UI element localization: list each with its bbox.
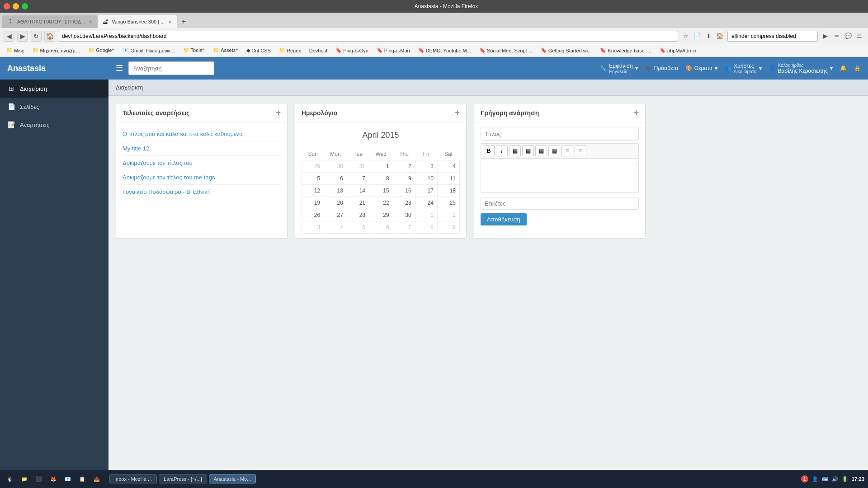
calendar-cell-3-0[interactable]: 19 bbox=[302, 197, 324, 209]
bookmark-devhost[interactable]: Devhost bbox=[306, 47, 331, 54]
bookmark-assets[interactable]: 📁 Assets⁺ bbox=[209, 47, 242, 54]
calendar-cell-4-6[interactable]: 2 bbox=[437, 209, 459, 221]
calendar-cell-4-2[interactable]: 28 bbox=[347, 209, 369, 221]
calendar-cell-1-5[interactable]: 10 bbox=[415, 173, 437, 185]
calendar-cell-4-0[interactable]: 26 bbox=[302, 209, 324, 221]
calendar-cell-3-4[interactable]: 23 bbox=[393, 197, 415, 209]
lock-btn[interactable]: 🔒 bbox=[854, 65, 861, 71]
taskbar-firefox-icon[interactable]: 🦊 bbox=[47, 473, 60, 485]
pencil-icon[interactable]: ✏ bbox=[832, 31, 842, 41]
taskbar-email-icon[interactable]: 📧 bbox=[61, 473, 74, 485]
home-button[interactable]: 🏠 bbox=[44, 31, 55, 42]
calendar-cell-2-0[interactable]: 12 bbox=[302, 185, 324, 197]
calendar-cell-2-1[interactable]: 13 bbox=[324, 185, 347, 197]
calendar-cell-1-3[interactable]: 8 bbox=[369, 173, 393, 185]
calendar-cell-2-2[interactable]: 14 bbox=[347, 185, 369, 197]
tab-1-close[interactable]: ✕ bbox=[89, 19, 92, 24]
bookmark-gettingstarted[interactable]: 🔖 Getting Started wi... bbox=[537, 47, 596, 54]
close-button[interactable] bbox=[4, 3, 10, 9]
bookmark-demo[interactable]: 🔖 DEMO: Youtube M... bbox=[415, 47, 475, 54]
sidebar-item-anartiseis[interactable]: 📝 Αναρτήσεις bbox=[0, 116, 108, 134]
hamburger-icon[interactable]: ☰ bbox=[116, 63, 123, 73]
taskbar-app-anastasia[interactable]: Anastasia - Mo... bbox=[209, 474, 256, 483]
taskbar-terminal-icon[interactable]: ⬛ bbox=[33, 473, 45, 485]
bookmark-knowledgebase[interactable]: 🔖 Knowledge base :::: bbox=[596, 47, 655, 54]
calendar-cell-0-6[interactable]: 4 bbox=[437, 160, 459, 173]
tab-2-close[interactable]: ✕ bbox=[168, 19, 172, 24]
calendar-cell-0-1[interactable]: 30 bbox=[324, 160, 347, 173]
calendar-cell-4-5[interactable]: 1 bbox=[415, 209, 437, 221]
quick-post-tags-input[interactable] bbox=[481, 197, 639, 210]
addons-btn[interactable]: ➕ Πρόσθετα bbox=[645, 65, 678, 71]
bookmark-socialmeet[interactable]: 🔖 Social Meet Script ... bbox=[476, 47, 536, 54]
bookmark-misc[interactable]: 📁 Misc bbox=[3, 47, 28, 54]
calendar-cell-3-6[interactable]: 25 bbox=[437, 197, 459, 209]
recent-post-4[interactable]: Δοκιμάζουμε τον τίτλος του me tags bbox=[123, 170, 281, 185]
toolbar-bold-btn[interactable]: B bbox=[483, 145, 495, 156]
sidebar-item-selides[interactable]: 📄 Σελίδες bbox=[0, 98, 108, 116]
home-nav-icon[interactable]: 🏠 bbox=[715, 31, 725, 41]
calendar-cell-2-6[interactable]: 18 bbox=[437, 185, 459, 197]
bookmark-regex[interactable]: 📁 Regex bbox=[275, 47, 305, 54]
toolbar-justify-btn[interactable]: ▤ bbox=[548, 145, 560, 156]
bookmark-pingogyn[interactable]: 🔖 Ping-o-Gyn bbox=[332, 47, 372, 54]
calendar-cell-1-1[interactable]: 6 bbox=[324, 173, 347, 185]
calendar-cell-3-2[interactable]: 21 bbox=[347, 197, 369, 209]
bookmark-gmail[interactable]: 📧 Gmail: Ηλεκτρονικ... bbox=[119, 47, 178, 54]
calendar-cell-5-5[interactable]: 8 bbox=[415, 221, 437, 234]
calendar-cell-5-2[interactable]: 5 bbox=[347, 221, 369, 234]
recent-posts-add-btn[interactable]: + bbox=[276, 108, 281, 117]
bookmark-phpmyadmin[interactable]: 🔖 phpMyAdmin bbox=[656, 47, 700, 54]
toolbar-align-left-btn[interactable]: ▤ bbox=[509, 145, 521, 156]
tab-1[interactable]: 🏃 ΑΘΛΗΤΙΚΟ ΠΑΠΟΥΤΣΙ ΠΟΔ... ✕ bbox=[2, 15, 98, 28]
browser-search-input[interactable] bbox=[727, 31, 818, 42]
reload-button[interactable]: ↻ bbox=[31, 31, 42, 42]
users-btn[interactable]: 👥 Χρήστες Δικαιώματα ▾ bbox=[725, 63, 762, 74]
calendar-cell-0-3[interactable]: 1 bbox=[369, 160, 393, 173]
toolbar-align-right-btn[interactable]: ▤ bbox=[535, 145, 547, 156]
notification-bell-btn[interactable]: 🔔 bbox=[840, 65, 847, 71]
appearance-btn[interactable]: 🔧 Εμφάνιση Εργαλεία ▾ bbox=[600, 63, 637, 74]
calendar-cell-0-5[interactable]: 3 bbox=[415, 160, 437, 173]
calendar-cell-2-3[interactable]: 15 bbox=[369, 185, 393, 197]
calendar-cell-1-2[interactable]: 7 bbox=[347, 173, 369, 185]
calendar-cell-4-3[interactable]: 29 bbox=[369, 209, 393, 221]
calendar-cell-0-0[interactable]: 29 bbox=[302, 160, 324, 173]
taskbar-linux-icon[interactable]: 🐧 bbox=[4, 473, 16, 485]
recent-post-2[interactable]: My title 12 bbox=[123, 141, 281, 156]
calendar-cell-5-0[interactable]: 3 bbox=[302, 221, 324, 234]
maximize-button[interactable] bbox=[22, 3, 28, 9]
recent-post-5[interactable]: Γυναικείο Ποδόσφαιρο - Β' Εθνική bbox=[123, 185, 281, 199]
calendar-cell-2-4[interactable]: 16 bbox=[393, 185, 415, 197]
calendar-cell-1-0[interactable]: 5 bbox=[302, 173, 324, 185]
quick-post-editor[interactable] bbox=[481, 161, 639, 193]
sidebar-item-diaxeirisi[interactable]: ⊞ Διαχείριση bbox=[0, 80, 108, 98]
user-profile-btn[interactable]: 👤 Καλός ήρθες, Βασίλης Κερασιώτης ▾ bbox=[769, 63, 833, 74]
app-search-input[interactable] bbox=[128, 61, 214, 75]
calendar-add-btn[interactable]: + bbox=[455, 108, 460, 117]
tab-2[interactable]: 🏕 Vango Banshee 300 | ... ✕ bbox=[98, 15, 177, 28]
quick-post-save-button[interactable]: Αποθήκευση bbox=[481, 213, 527, 225]
arrow-icon[interactable]: ▶ bbox=[821, 31, 830, 41]
quick-post-title-input[interactable] bbox=[481, 127, 639, 141]
minimize-button[interactable] bbox=[13, 3, 19, 9]
download-icon[interactable]: ⬇ bbox=[703, 31, 713, 41]
bookmark-tools[interactable]: 📁 Tools⁺ bbox=[179, 47, 209, 54]
reader-icon[interactable]: 📄 bbox=[692, 31, 702, 41]
toolbar-ul-btn[interactable]: ≡ bbox=[561, 145, 573, 156]
calendar-cell-4-1[interactable]: 27 bbox=[324, 209, 347, 221]
new-tab-button[interactable]: + bbox=[177, 15, 190, 28]
recent-post-1[interactable]: Ο τίτλος μου και καλα και στα καλά καθού… bbox=[123, 127, 281, 141]
taskbar-app-inbox[interactable]: Inbox - Mozilla ... bbox=[109, 474, 157, 483]
bookmark-pingoman[interactable]: 🔖 Ping-o-Man bbox=[373, 47, 414, 54]
toolbar-italic-btn[interactable]: I bbox=[496, 145, 508, 156]
taskbar-filezilla-icon[interactable]: 📤 bbox=[90, 473, 103, 485]
themes-btn[interactable]: 🎨 Θέματα ▾ bbox=[685, 65, 717, 71]
calendar-cell-1-6[interactable]: 11 bbox=[437, 173, 459, 185]
calendar-cell-2-5[interactable]: 17 bbox=[415, 185, 437, 197]
calendar-cell-5-4[interactable]: 7 bbox=[393, 221, 415, 234]
address-bar[interactable] bbox=[58, 31, 678, 42]
calendar-cell-0-2[interactable]: 31 bbox=[347, 160, 369, 173]
calendar-cell-3-3[interactable]: 22 bbox=[369, 197, 393, 209]
calendar-cell-1-4[interactable]: 9 bbox=[393, 173, 415, 185]
